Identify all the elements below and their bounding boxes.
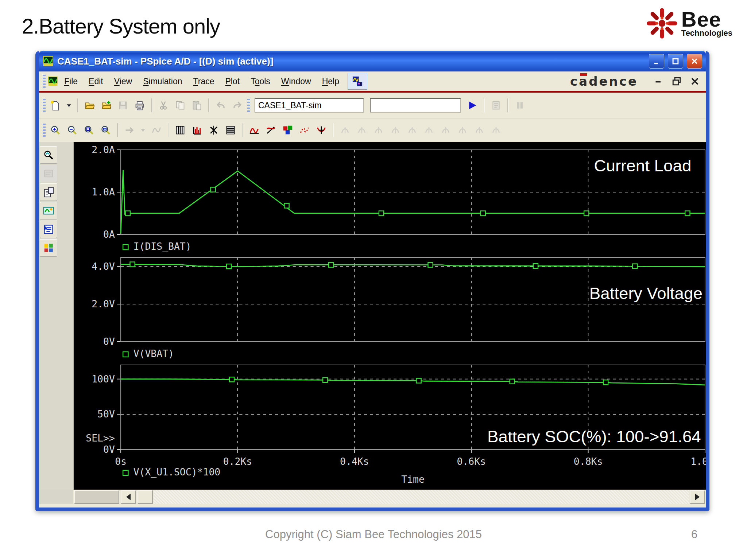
scroll-left-button[interactable] xyxy=(121,490,136,504)
y-tick-label: 100V xyxy=(92,374,115,385)
cursor-point-button xyxy=(421,122,437,138)
annotate-button xyxy=(40,165,57,182)
annotate-icon xyxy=(43,168,54,179)
menu-view[interactable]: View xyxy=(109,74,138,89)
zoom-in-icon xyxy=(50,125,61,135)
plot-vbars-button[interactable] xyxy=(173,122,188,138)
zoom-fit-button[interactable] xyxy=(98,122,113,138)
toolbar-separator xyxy=(507,98,508,112)
menu-trace[interactable]: Trace xyxy=(188,74,220,89)
trace-legend-label: V(X_U1.SOC)*100 xyxy=(133,467,221,478)
cursor-toggle-button[interactable] xyxy=(314,122,329,138)
scrollbar-track[interactable] xyxy=(154,490,689,504)
scrollbar-corner xyxy=(39,490,73,504)
print-button[interactable] xyxy=(132,98,147,113)
new-file-dropdown-button[interactable] xyxy=(65,98,73,113)
bee-brand-text: Bee xyxy=(681,10,732,29)
mark-points-button[interactable] xyxy=(297,122,312,138)
toolbar-separator xyxy=(333,123,334,137)
window-title: CASE1_BAT-sim - PSpice A/D - [(D) sim (a… xyxy=(57,56,645,67)
scroll-right-button[interactable] xyxy=(690,490,705,504)
scrollbar-thumb[interactable] xyxy=(74,490,119,504)
output-list-button[interactable] xyxy=(223,122,238,138)
trace-legend-label: I(DIS_BAT) xyxy=(133,241,191,252)
cursor-point-icon xyxy=(424,125,434,135)
copy-page-button[interactable] xyxy=(40,183,57,201)
menu-plot[interactable]: Plot xyxy=(220,74,245,89)
mdi-close-button[interactable] xyxy=(688,75,702,88)
add-trace-icon xyxy=(249,125,259,135)
log-x-dropdown-icon xyxy=(139,125,147,135)
menu-window[interactable]: Window xyxy=(276,74,317,89)
abc-labels-icon xyxy=(283,125,293,135)
fft-icon xyxy=(192,125,202,135)
close-button[interactable] xyxy=(687,54,702,69)
undo-icon xyxy=(216,100,226,110)
plot-window-icon xyxy=(352,76,363,87)
mdi-restore-button[interactable] xyxy=(669,75,684,88)
menu-help[interactable]: Help xyxy=(317,74,345,89)
bee-technologies-logo: Bee Technologies xyxy=(646,7,732,40)
log-x-axis-button xyxy=(122,122,137,138)
x-tick-label: 0s xyxy=(115,456,127,467)
x-tick-label: 0.2Ks xyxy=(223,456,252,467)
menu-simulation[interactable]: Simulation xyxy=(138,74,187,89)
toolbar-grip xyxy=(43,75,46,88)
simulation-profile-input[interactable] xyxy=(255,98,364,113)
add-trace-button[interactable] xyxy=(247,122,262,138)
y-tick-label: 2.0V xyxy=(92,299,115,310)
x-tick-label: 1.0Ks xyxy=(690,456,706,467)
save-button xyxy=(115,98,131,113)
pause-simulation-button xyxy=(512,98,527,113)
pause-simulation-icon xyxy=(515,100,525,110)
open-file-button[interactable] xyxy=(82,98,97,113)
cursor-prev-transition-button xyxy=(472,122,487,138)
status-grid-icon xyxy=(43,242,54,253)
abc-labels-button[interactable] xyxy=(280,122,295,138)
cursor-prev-transition-icon xyxy=(474,125,484,135)
simulation-window-button[interactable] xyxy=(348,73,367,90)
menu-bar: FileEditViewSimulationTracePlotToolsWind… xyxy=(39,71,706,91)
plot-annotation: Current Load xyxy=(594,156,691,175)
output-log-button[interactable] xyxy=(40,221,57,238)
mark-points-icon xyxy=(299,125,310,135)
append-file-button[interactable] xyxy=(98,98,114,113)
cursor-max-button xyxy=(405,122,420,138)
mdi-minimize-button[interactable] xyxy=(651,75,666,88)
cursor-eval-button xyxy=(488,122,504,138)
cursor-search-icon xyxy=(441,125,451,135)
y-tick-label: 50V xyxy=(97,409,115,420)
maximize-button[interactable] xyxy=(668,54,683,69)
cursor-slope-button xyxy=(371,122,386,138)
zoom-area-button[interactable] xyxy=(81,122,97,138)
y-tick-label: 4.0V xyxy=(92,261,115,272)
menu-edit[interactable]: Edit xyxy=(83,74,109,89)
simulation-status-input[interactable] xyxy=(370,98,461,113)
status-grid-button[interactable] xyxy=(40,239,57,257)
plot-annotation: Battery SOC(%): 100->91.64 xyxy=(487,427,701,446)
probe-cursor-button[interactable] xyxy=(40,146,57,164)
new-file-button[interactable] xyxy=(48,98,63,113)
toolbar-grip xyxy=(247,99,250,112)
menu-tools[interactable]: Tools xyxy=(245,74,276,89)
run-simulation-button[interactable] xyxy=(465,98,480,113)
schematic-view-button[interactable] xyxy=(40,202,57,219)
append-file-icon xyxy=(101,100,111,110)
toolbar-grip xyxy=(43,124,46,137)
cut-icon xyxy=(158,100,169,110)
undo-button xyxy=(213,98,228,113)
xy-plot-button[interactable] xyxy=(206,122,221,138)
minimize-button[interactable] xyxy=(649,54,664,69)
fft-button[interactable] xyxy=(189,122,205,138)
menu-file[interactable]: File xyxy=(59,74,83,89)
toolbar-separator xyxy=(77,98,78,112)
zoom-out-button[interactable] xyxy=(65,122,80,138)
y-tick-label: 0V xyxy=(103,336,115,347)
menu-bar-items: FileEditViewSimulationTracePlotToolsWind… xyxy=(59,74,345,89)
scroll-spacer-button[interactable] xyxy=(138,490,153,504)
zoom-in-button[interactable] xyxy=(48,122,63,138)
cursor-next-transition-button xyxy=(455,122,470,138)
eval-goal-icon xyxy=(266,125,276,135)
eval-goal-button[interactable] xyxy=(263,122,279,138)
cut-button xyxy=(156,98,171,113)
